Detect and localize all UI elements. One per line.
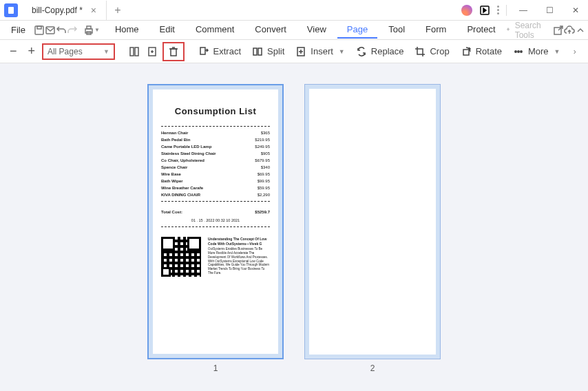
svg-rect-3 xyxy=(46,27,54,34)
menu-bar: File ▼ Home Edit Comment Convert View Pa… xyxy=(0,21,588,40)
page-thumbnail-2[interactable] xyxy=(304,84,441,359)
chevron-down-icon: ▼ xyxy=(554,48,560,55)
delete-page-button[interactable] xyxy=(162,42,185,61)
svg-rect-9 xyxy=(135,47,138,56)
tab-form[interactable]: Form xyxy=(416,21,456,39)
svg-point-17 xyxy=(515,50,516,52)
document-tab[interactable]: bill-Copy.pdf * × xyxy=(23,1,107,20)
tab-page[interactable]: Page xyxy=(337,21,377,39)
svg-rect-2 xyxy=(37,26,41,29)
page-number-2: 2 xyxy=(370,363,375,373)
replace-button[interactable]: Replace xyxy=(352,45,408,59)
add-tab-button[interactable]: + xyxy=(109,2,126,19)
invoice-line-item: Herman Chair$365 xyxy=(161,129,270,136)
invoice-line-item: Spence Chair$340 xyxy=(161,164,270,171)
more-icon xyxy=(513,46,524,57)
extract-label: Extract xyxy=(213,46,241,56)
invoice-description: Understanding The Concept Of Low Code Wi… xyxy=(208,237,270,277)
invoice-line-item: Wine Breather Carafe$59.95 xyxy=(161,184,270,191)
maximize-button[interactable]: ☐ xyxy=(540,1,559,20)
tab-protect[interactable]: Protect xyxy=(457,21,505,39)
rotate-label: Rotate xyxy=(476,46,502,56)
replace-icon xyxy=(356,46,367,57)
close-button[interactable]: ✕ xyxy=(566,1,585,20)
svg-point-19 xyxy=(521,50,522,52)
extract-button[interactable]: Extract xyxy=(194,45,245,59)
rotate-button[interactable]: Rotate xyxy=(456,45,506,59)
insert-icon xyxy=(295,46,306,57)
page-range-select[interactable]: All Pages ▼ xyxy=(42,43,115,60)
crop-button[interactable]: Crop xyxy=(410,45,453,59)
search-tools[interactable]: Search Tools xyxy=(505,21,545,40)
tab-tool[interactable]: Tool xyxy=(379,21,414,39)
rotate-icon xyxy=(461,46,472,57)
mail-icon[interactable] xyxy=(45,22,56,39)
split-label: Split xyxy=(267,46,284,56)
insert-label: Insert xyxy=(311,46,333,56)
invoice-line-item: Came Portable LED Lamp$249.95 xyxy=(161,143,270,150)
crop-icon xyxy=(414,46,426,57)
invoice-line-item: Bath Pedal Bin$219.95 xyxy=(161,136,270,143)
app-icon xyxy=(4,3,18,17)
extract-icon xyxy=(198,46,209,57)
undo-icon[interactable] xyxy=(56,22,67,39)
page-number-1: 1 xyxy=(213,363,218,373)
page-toolbar: − + All Pages ▼ Extract Split Insert ▼ R… xyxy=(0,40,588,63)
tab-title: bill-Copy.pdf * xyxy=(32,6,83,15)
tab-comment[interactable]: Comment xyxy=(186,21,244,39)
insert-button[interactable]: Insert ▼ xyxy=(291,45,348,59)
share-square-icon[interactable] xyxy=(479,5,490,16)
svg-rect-1 xyxy=(35,26,43,34)
external-link-icon[interactable] xyxy=(553,22,564,39)
invoice-line-item: KIVA DINING CHAIR$2,290 xyxy=(161,191,270,198)
total-value: $5259.7 xyxy=(255,210,270,214)
print-icon[interactable] xyxy=(83,22,94,39)
zoom-in-button[interactable]: + xyxy=(23,43,39,61)
svg-rect-13 xyxy=(253,48,257,55)
search-label: Search Tools xyxy=(515,21,545,40)
save-icon[interactable] xyxy=(34,22,45,39)
chevron-down-icon: ▼ xyxy=(103,48,109,55)
split-button[interactable]: Split xyxy=(248,45,288,59)
insert-page-icon[interactable] xyxy=(145,43,160,61)
tab-convert[interactable]: Convert xyxy=(245,21,296,39)
redo-icon[interactable] xyxy=(67,22,78,39)
flame-icon[interactable] xyxy=(461,5,472,16)
page-range-label: All Pages xyxy=(48,47,83,56)
replace-label: Replace xyxy=(371,46,404,56)
tab-edit[interactable]: Edit xyxy=(150,21,185,39)
tab-view[interactable]: View xyxy=(297,21,336,39)
trash-icon xyxy=(168,46,179,57)
minimize-button[interactable]: — xyxy=(514,1,533,20)
insert-blank-icon[interactable] xyxy=(126,43,141,61)
close-tab-icon[interactable]: × xyxy=(88,5,99,16)
svg-rect-11 xyxy=(171,49,176,56)
svg-rect-8 xyxy=(130,47,134,56)
collapse-icon[interactable] xyxy=(575,22,586,39)
page-content-blank xyxy=(309,89,436,355)
crop-label: Crop xyxy=(430,46,449,56)
zoom-out-button[interactable]: − xyxy=(6,43,21,61)
more-button[interactable]: More ▼ xyxy=(509,45,565,59)
invoice-line-item: Wire Base$69.95 xyxy=(161,171,270,178)
tab-home[interactable]: Home xyxy=(105,21,149,39)
svg-rect-14 xyxy=(258,48,262,55)
svg-rect-5 xyxy=(87,26,91,29)
invoice-date: 01 . 15 . 2022 00:32 10 2021 xyxy=(161,218,270,222)
print-dropdown-icon[interactable]: ▼ xyxy=(94,22,100,39)
scroll-right-icon[interactable]: › xyxy=(567,43,582,61)
sparkle-icon xyxy=(505,25,511,34)
svg-rect-12 xyxy=(200,47,205,54)
total-label: Total Cost: xyxy=(161,210,182,214)
split-icon xyxy=(252,46,263,57)
page-canvas: Consumption List Herman Chair$365Bath Pe… xyxy=(0,63,588,373)
cloud-upload-icon[interactable] xyxy=(564,22,575,39)
title-bar: bill-Copy.pdf * × + — ☐ ✕ xyxy=(0,0,588,21)
file-menu[interactable]: File xyxy=(3,25,34,35)
page-thumbnail-1[interactable]: Consumption List Herman Chair$365Bath Pe… xyxy=(147,84,284,359)
chevron-down-icon: ▼ xyxy=(339,48,345,55)
more-menu-icon[interactable] xyxy=(497,6,499,14)
qr-code xyxy=(161,237,201,277)
svg-point-18 xyxy=(518,50,519,52)
more-label: More xyxy=(528,46,549,56)
